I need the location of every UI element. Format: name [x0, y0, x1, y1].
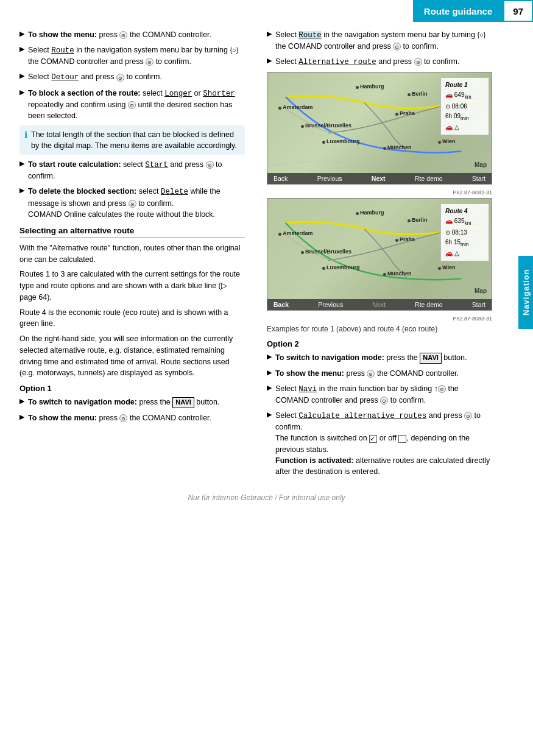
page-title: Route guidance — [413, 0, 504, 22]
bullet-show-menu-text: To show the menu: press ⊙ the COMAND con… — [28, 29, 211, 40]
main-content: ▶ To show the menu: press ⊙ the COMAND c… — [0, 22, 533, 481]
bullet-switch-nav-1: ▶ To switch to navigation mode: press th… — [19, 397, 245, 408]
body-paragraph-4: On the right-hand side, you will see inf… — [19, 333, 245, 379]
page-number: 97 — [503, 0, 533, 22]
route-link-right: Route — [298, 31, 322, 40]
bullet-arrow-icon: ▶ — [19, 45, 24, 53]
map2-btn-start[interactable]: Start — [472, 301, 485, 308]
map1-btn-start[interactable]: Start — [472, 175, 485, 182]
city-wien: Wien — [438, 138, 455, 144]
bullet-block-text: To block a section of the route: select … — [28, 88, 245, 121]
calc-alt-routes-link: Calculate alternative routes — [298, 412, 426, 420]
map2-photo-ref: P62.87-8083-31 — [267, 316, 492, 322]
controller-icon: ⊙ — [464, 412, 472, 420]
bullet-show-menu: ▶ To show the menu: press ⊙ the COMAND c… — [19, 29, 245, 40]
bullet-select-calc-alt: ▶ Select Calculate alternative routes an… — [267, 410, 492, 477]
header-title-area: Route guidance 97 — [413, 0, 533, 22]
bullet-arrow-icon: ▶ — [19, 413, 24, 421]
dial-icon: {○} — [477, 30, 485, 40]
map1-distance: 🚗 649km — [445, 90, 484, 101]
bullet-arrow-icon: ▶ — [267, 369, 272, 376]
controller-icon: ⊙ — [414, 58, 422, 66]
bullet-arrow-icon: ▶ — [267, 411, 272, 419]
page-header: Route guidance 97 — [0, 0, 533, 22]
bullet-select-route-left: ▶ Select Route in the navigation system … — [19, 44, 245, 67]
city2-praha: Praha — [395, 236, 415, 242]
map1-btn-next[interactable]: Next — [372, 175, 386, 182]
map2-distance: 🚗 635km — [445, 216, 484, 227]
dial-icon: {○} — [230, 46, 238, 55]
bullet-select-alt-route: ▶ Select Alternative route and press ⊙ t… — [267, 56, 492, 68]
map-route1: Hamburg Berlin Amsterdam Praha Brussel/B… — [267, 72, 492, 185]
map1-btn-back[interactable]: Back — [274, 175, 288, 182]
bullet-switch-nav-2: ▶ To switch to navigation mode: press th… — [267, 352, 492, 364]
bullet-select-route-right-text: Select Route in the navigation system me… — [275, 29, 492, 52]
bullet-arrow-icon: ▶ — [19, 186, 24, 194]
bullet-delete-text: To delete the blocked section: select De… — [28, 186, 245, 219]
bullet-arrow-icon: ▶ — [19, 160, 24, 168]
city2-munchen: München — [383, 270, 412, 277]
map2-btn-previous[interactable]: Previous — [318, 301, 343, 308]
map2-btn-back[interactable]: Back — [274, 301, 289, 308]
option1-heading: Option 1 — [19, 384, 245, 393]
map2-btn-next[interactable]: Next — [372, 301, 386, 308]
map1-info-panel: Route 1 🚗 649km ⊙ 08:06 6h 09min 🚗 △ — [440, 77, 489, 135]
bullet-select-navi-text: Select Navi in the main function bar by … — [275, 383, 492, 406]
map2-label: Map — [475, 288, 487, 294]
bold-prefix: To show the menu: — [28, 414, 97, 422]
watermark: Nur für internen Gebrauch / For internal… — [0, 493, 533, 508]
controller-icon: ⊙ — [367, 370, 375, 378]
detour-link: Detour — [51, 73, 79, 82]
bullet-arrow-icon: ▶ — [267, 30, 272, 38]
city-munchen: München — [383, 144, 412, 150]
map2-time2: 6h 15min — [445, 238, 484, 249]
map2-btn-rtedemo[interactable]: Rte demo — [415, 301, 443, 308]
bullet-switch-nav-2-text: To switch to navigation mode: press the … — [275, 352, 467, 364]
city2-berlin: Berlin — [408, 217, 428, 223]
bullet-delete-block: ▶ To delete the blocked section: select … — [19, 186, 245, 219]
city-luxembourg: Luxembourg — [322, 138, 360, 144]
checkbox-on-icon — [369, 435, 377, 443]
controller-icon: ⊙ — [119, 414, 127, 422]
bullet-show-menu-1-text: To show the menu: press ⊙ the COMAND con… — [28, 412, 211, 423]
city-berlin: Berlin — [408, 91, 428, 97]
bullet-select-detour: ▶ Select Detour and press ⊙ to confirm. — [19, 71, 245, 83]
bullet-arrow-icon: ▶ — [19, 397, 24, 405]
controller-icon: ⊙ — [146, 58, 154, 66]
map-route4: Hamburg Berlin Amsterdam Praha Brussel/B… — [267, 198, 492, 311]
map1-time2: 6h 09min — [445, 111, 484, 122]
map2-icons: 🚗 △ — [445, 249, 484, 258]
city2-hamburg: Hamburg — [356, 210, 384, 216]
controller-icon: ⊙ — [393, 43, 401, 51]
city2-wien: Wien — [438, 264, 455, 270]
map1-icons: 🚗 △ — [445, 122, 484, 132]
info-box: ℹ The total length of the section that c… — [19, 125, 245, 155]
map1-btn-rtedemo[interactable]: Rte demo — [415, 175, 443, 182]
map-label: Map — [475, 161, 487, 168]
map2-time1: ⊙ 08:13 — [445, 228, 484, 238]
bullet-select-route-right: ▶ Select Route in the navigation system … — [267, 29, 492, 52]
bullet-arrow-icon: ▶ — [19, 72, 24, 80]
city2-brussels: Brussel/Bruxelles — [301, 249, 351, 255]
city2-amsterdam: Amsterdam — [278, 230, 313, 236]
function-activated-bold: Function is activated: — [275, 456, 354, 465]
bullet-detour-text: Select Detour and press ⊙ to confirm. — [28, 71, 162, 83]
bold-prefix: To block a section of the route: — [28, 89, 141, 97]
bullet-select-navi: ▶ Select Navi in the main function bar b… — [267, 383, 492, 406]
info-text: The total length of the section that can… — [31, 129, 240, 151]
map2-route-label: Route 4 — [445, 207, 484, 216]
controller-icon: ⊙ — [116, 74, 124, 82]
bullet-arrow-icon: ▶ — [19, 88, 24, 96]
right-column: ▶ Select Route in the navigation system … — [256, 29, 512, 481]
map1-btn-previous[interactable]: Previous — [317, 175, 342, 182]
body-paragraph-3: Route 4 is the economic route (eco route… — [19, 307, 245, 330]
body-paragraph-2: Routes 1 to 3 are calculated with the cu… — [19, 269, 245, 303]
map2-toolbar: Back Previous Next Rte demo Start — [267, 299, 492, 310]
info-icon: ℹ — [24, 130, 27, 140]
bullet-alt-route-text: Select Alternative route and press ⊙ to … — [275, 56, 459, 68]
controller-icon: ⊙ — [119, 31, 127, 39]
route-link: Route — [51, 46, 74, 55]
bold-prefix: To switch to navigation mode: — [28, 398, 137, 406]
controller-icon: ⊙ — [438, 385, 446, 393]
bullet-show-menu-2-text: To show the menu: press ⊙ the COMAND con… — [275, 368, 459, 379]
